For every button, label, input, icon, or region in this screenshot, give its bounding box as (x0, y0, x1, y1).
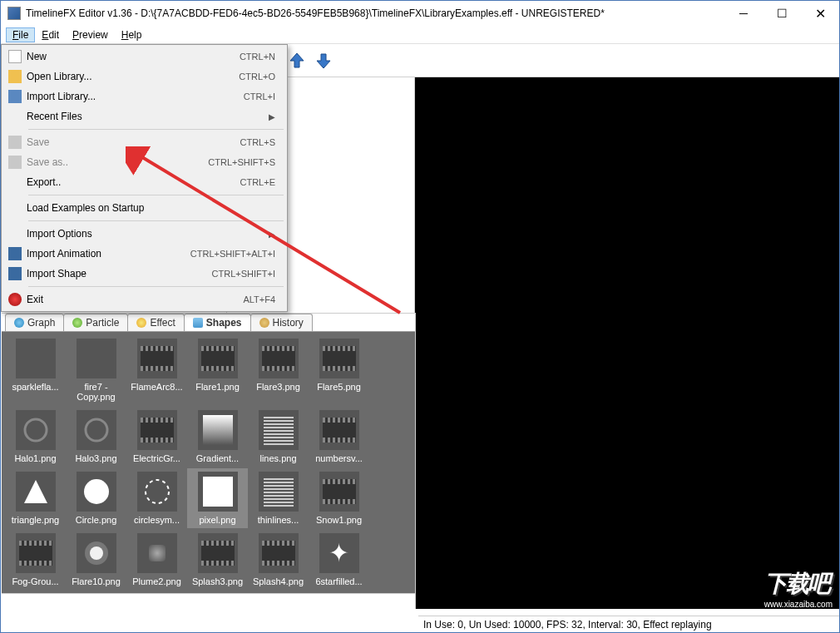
shape-item[interactable]: ElectricGr... (126, 407, 187, 467)
shape-label: fire7 - Copy.png (67, 382, 125, 402)
menu-preview[interactable]: Preview (66, 27, 115, 42)
shape-thumb (198, 533, 238, 573)
tab-effect[interactable]: Effect (127, 314, 184, 331)
file-menu-dropdown: NewCTRL+N Open Library...CTRL+O Import L… (1, 44, 288, 312)
shape-thumb (16, 410, 56, 450)
graph-icon (14, 318, 24, 328)
menu-separator (28, 195, 284, 195)
shape-thumb (198, 339, 238, 378)
shape-label: sparklefla... (7, 382, 64, 392)
chevron-right-icon: ▶ (269, 112, 275, 121)
menu-edit[interactable]: Edit (35, 27, 66, 42)
shape-item[interactable]: triangle.png (5, 468, 66, 528)
menu-exit[interactable]: ExitALT+F4 (3, 289, 285, 309)
shape-label: Fog-Grou... (7, 576, 64, 586)
watermark: 下载吧 www.xiazaiba.com (764, 568, 833, 609)
shapes-grid[interactable]: sparklefla...fire7 - Copy.pngFlameArc8..… (2, 332, 415, 593)
shape-thumb (137, 533, 177, 573)
menu-separator (28, 286, 284, 287)
shape-item[interactable]: ✦8starfilled... (5, 591, 66, 593)
shape-item[interactable]: Flare5.png (309, 335, 369, 405)
shape-thumb (16, 339, 56, 378)
shape-item[interactable]: Plume2.png (126, 530, 187, 590)
shape-item[interactable]: Halo3.png (66, 407, 126, 467)
shape-item[interactable]: pixel.png (187, 468, 248, 528)
shape-label: Snow1.png (310, 515, 368, 525)
shape-thumb (137, 410, 177, 450)
shape-label: 6starfilled... (310, 576, 368, 586)
shape-thumb (319, 472, 359, 512)
shape-item[interactable]: FlameArc8... (126, 335, 187, 405)
menu-load-examples[interactable]: Load Examples on Startup (3, 198, 285, 218)
shape-item[interactable]: Splash4.png (248, 530, 309, 590)
shape-item[interactable]: Flare3.png (248, 335, 309, 405)
window-title: TimelineFX Editor v1.36 - D:\{7A7ACBDD-F… (26, 7, 724, 19)
shape-thumb (319, 410, 359, 450)
menu-help[interactable]: Help (115, 27, 149, 42)
shape-label: FlameArc8... (128, 382, 185, 392)
shape-item[interactable]: Flare10.png (66, 530, 126, 590)
shape-item[interactable]: ✱sparklefla... (126, 591, 187, 593)
menu-separator (28, 220, 284, 221)
menu-new[interactable]: NewCTRL+N (3, 47, 285, 67)
shape-thumb (319, 339, 359, 378)
history-icon (259, 318, 269, 328)
shape-item[interactable]: circlesym... (126, 468, 187, 528)
statusbar: In Use: 0, Un Used: 10000, FPS: 32, Inte… (418, 616, 839, 632)
save-icon (8, 136, 22, 149)
maximize-button[interactable]: ☐ (763, 1, 801, 26)
shape-item[interactable]: Fog-Grou... (5, 530, 66, 590)
tab-shapes[interactable]: Shapes (184, 314, 251, 331)
shape-item[interactable]: Halo1.png (5, 407, 66, 467)
shape-item[interactable]: Snow1.png (309, 468, 369, 528)
tab-particle[interactable]: Particle (63, 314, 128, 331)
menu-import-shape[interactable]: Import ShapeCTRL+SHIFT+I (3, 264, 285, 284)
shape-item[interactable]: fire7 - Copy.png (66, 335, 126, 405)
tab-history[interactable]: History (250, 314, 313, 331)
menu-save-as[interactable]: Save as..CTRL+SHIFT+S (3, 152, 285, 172)
bottom-panel: Graph Particle Effect Shapes History spa… (2, 313, 416, 609)
close-button[interactable]: ✕ (801, 1, 839, 26)
import-icon (8, 90, 22, 103)
menu-export[interactable]: Export..CTRL+E (3, 172, 285, 192)
shape-label: Halo3.png (67, 453, 125, 463)
shapes-icon (193, 318, 203, 328)
shape-label: thinlines... (250, 515, 307, 525)
shape-item[interactable]: thinlines... (248, 468, 309, 528)
shape-item[interactable]: Splash3.png (187, 530, 248, 590)
shape-label: Flare10.png (67, 576, 125, 586)
shape-item[interactable]: ✦6starfilled... (309, 530, 369, 590)
menu-import-options[interactable]: Import Options▶ (3, 224, 285, 244)
arrow-up-icon[interactable] (285, 49, 309, 72)
shape-item[interactable]: Flare1.png (187, 335, 248, 405)
shape-label: Plume2.png (128, 576, 185, 586)
arrow-down-icon[interactable] (312, 49, 335, 72)
window-controls: ─ ☐ ✕ (724, 1, 839, 26)
tab-graph[interactable]: Graph (5, 314, 64, 331)
shape-item[interactable]: Gradient... (187, 407, 248, 467)
shape-item[interactable]: Circle.png (66, 468, 126, 528)
shape-label: Splash4.png (250, 576, 307, 586)
menu-file[interactable]: FFileile (6, 27, 35, 42)
shape-thumb (198, 472, 238, 512)
shape-label: Halo1.png (7, 453, 64, 463)
shape-label: ElectricGr... (128, 453, 185, 463)
minimize-button[interactable]: ─ (724, 1, 763, 26)
menu-open-library[interactable]: Open Library...CTRL+O (3, 67, 285, 87)
shape-item[interactable]: sparklefla... (5, 335, 66, 405)
menu-import-animation[interactable]: Import AnimationCTRL+SHIFT+ALT+I (3, 244, 285, 264)
svg-point-6 (146, 480, 169, 503)
shape-item[interactable]: numbersv... (309, 407, 369, 467)
exit-icon (8, 293, 22, 306)
menu-save[interactable]: SaveCTRL+S (3, 132, 285, 152)
shapes-footer (2, 593, 415, 610)
menu-recent-files[interactable]: Recent Files▶ (3, 106, 285, 126)
shape-thumb (259, 410, 299, 450)
shape-item[interactable]: lines.png (248, 407, 309, 467)
preview-panel[interactable]: 下载吧 www.xiazaiba.com (415, 77, 839, 609)
shape-label: lines.png (250, 453, 307, 463)
menu-import-library[interactable]: Import Library...CTRL+I (3, 87, 285, 106)
shape-item[interactable]: ✧8starhollo... (66, 591, 126, 593)
shape-label: pixel.png (189, 515, 246, 525)
shape-icon (8, 267, 22, 280)
